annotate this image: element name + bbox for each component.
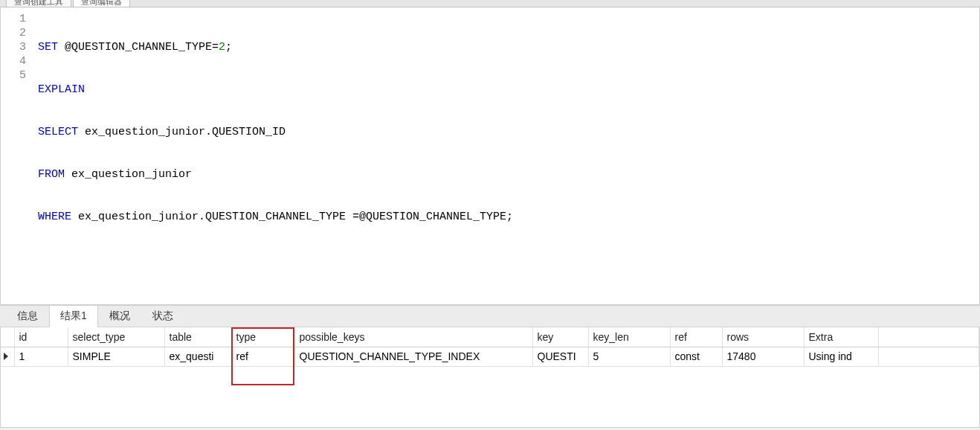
top-tab-query-editor[interactable]: 查询编辑器 — [73, 0, 130, 7]
sql-text: @QUESTION_CHANNEL_TYPE= — [58, 41, 219, 54]
explain-table: id select_type table type possible_keys … — [1, 327, 979, 367]
result-tab-bar: 信息 结果1 概况 状态 — [0, 305, 980, 327]
col-filler — [878, 327, 979, 347]
sql-keyword: WHERE — [38, 211, 71, 223]
tab-overview[interactable]: 概况 — [98, 305, 141, 327]
col-possible-keys[interactable]: possible_keys — [294, 327, 532, 347]
cell-extra[interactable]: Using ind — [804, 347, 878, 366]
result-grid[interactable]: id select_type table type possible_keys … — [0, 327, 980, 428]
cell-rows[interactable]: 17480 — [722, 347, 804, 366]
code-line: SELECT ex_question_junior.QUESTION_ID — [38, 125, 979, 139]
col-id[interactable]: id — [14, 327, 68, 347]
sql-text: ; — [225, 41, 232, 54]
cell-possible-keys[interactable]: QUESTION_CHANNEL_TYPE_INDEX — [294, 347, 532, 366]
cell-select-type[interactable]: SIMPLE — [68, 347, 164, 366]
code-line: SET @QUESTION_CHANNEL_TYPE=2; — [38, 40, 979, 54]
col-table[interactable]: table — [164, 327, 231, 347]
sql-keyword: EXPLAIN — [38, 83, 85, 96]
sql-keyword: SELECT — [38, 126, 78, 138]
col-extra[interactable]: Extra — [804, 327, 878, 347]
sql-editor[interactable]: 1 2 3 4 5 SET @QUESTION_CHANNEL_TYPE=2; … — [0, 7, 980, 305]
sql-code-area[interactable]: SET @QUESTION_CHANNEL_TYPE=2; EXPLAIN SE… — [38, 7, 979, 304]
cell-id[interactable]: 1 — [14, 347, 68, 366]
cell-table[interactable]: ex_questi — [164, 347, 231, 366]
cell-ref[interactable]: const — [670, 347, 722, 366]
tab-result1[interactable]: 结果1 — [49, 305, 98, 327]
line-number: 1 — [1, 12, 26, 26]
line-number: 5 — [1, 68, 26, 83]
col-key[interactable]: key — [532, 327, 588, 347]
current-row-icon — [4, 353, 8, 360]
table-header-row: id select_type table type possible_keys … — [1, 327, 979, 347]
sql-keyword: SET — [38, 41, 58, 54]
cell-type[interactable]: ref — [231, 347, 294, 366]
line-number-gutter: 1 2 3 4 5 — [1, 7, 38, 304]
col-select-type[interactable]: select_type — [68, 327, 164, 347]
sql-keyword: FROM — [38, 168, 65, 181]
cell-key-len[interactable]: 5 — [588, 347, 670, 366]
col-ref[interactable]: ref — [670, 327, 722, 347]
sql-text: ex_question_junior — [65, 168, 192, 181]
code-line: EXPLAIN — [38, 83, 979, 97]
line-number: 2 — [1, 26, 26, 40]
top-tab-query-builder[interactable]: 查询创建工具 — [6, 0, 71, 7]
row-marker-cell — [1, 347, 14, 366]
col-type[interactable]: type — [231, 327, 294, 347]
cell-key[interactable]: QUESTI — [532, 347, 588, 366]
code-line: FROM ex_question_junior — [38, 167, 979, 182]
col-key-len[interactable]: key_len — [588, 327, 670, 347]
line-number: 4 — [1, 54, 26, 68]
sql-text: ex_question_junior.QUESTION_ID — [78, 126, 286, 138]
sql-number: 2 — [219, 41, 225, 54]
top-tab-bar: 查询创建工具 查询编辑器 — [0, 0, 980, 7]
tab-status[interactable]: 状态 — [141, 305, 184, 327]
row-marker-header — [1, 327, 14, 347]
cell-filler — [878, 347, 979, 366]
col-rows[interactable]: rows — [722, 327, 804, 347]
code-line: WHERE ex_question_junior.QUESTION_CHANNE… — [38, 210, 979, 224]
table-row[interactable]: 1 SIMPLE ex_questi ref QUESTION_CHANNEL_… — [1, 347, 979, 366]
sql-text: ex_question_junior.QUESTION_CHANNEL_TYPE… — [71, 211, 513, 223]
line-number: 3 — [1, 40, 26, 54]
tab-info[interactable]: 信息 — [6, 305, 49, 327]
